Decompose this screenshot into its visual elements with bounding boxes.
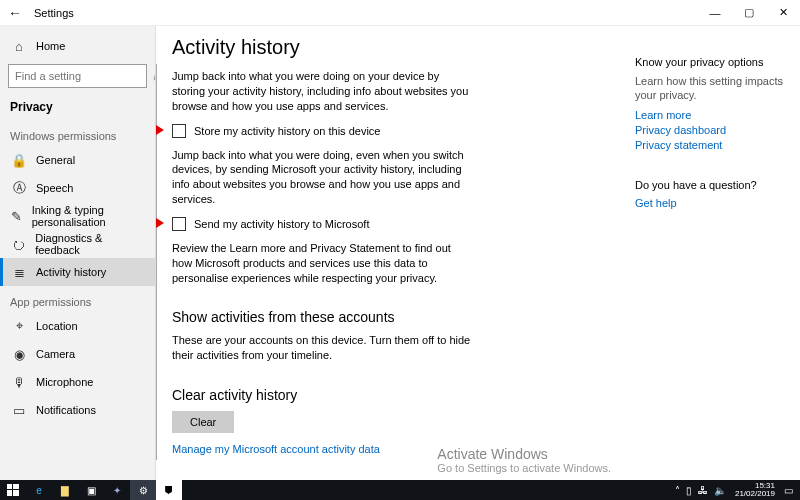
tray-chevron-icon[interactable]: ˄ xyxy=(675,485,680,496)
description-text: These are your accounts on this device. … xyxy=(172,333,472,363)
description-text: Jump back into what you were doing, even… xyxy=(172,148,472,207)
sidebar-icon: ◉ xyxy=(10,347,28,362)
checkbox-send-activity[interactable]: Send my activity history to Microsoft xyxy=(172,217,609,231)
search-input[interactable] xyxy=(15,70,153,82)
checkbox-input[interactable] xyxy=(172,217,186,231)
sidebar-icon: Ⓐ xyxy=(10,179,28,197)
sidebar-item-inking-typing-personalisation[interactable]: ✎Inking & typing personalisation xyxy=(0,202,155,230)
svg-rect-4 xyxy=(7,490,12,496)
back-button[interactable]: ← xyxy=(0,5,30,21)
checkbox-input[interactable] xyxy=(172,124,186,138)
system-tray: ˄ ▯ 🖧 🔈 15:31 21/02/2019 ▭ xyxy=(672,482,800,498)
tray-volume-icon[interactable]: 🔈 xyxy=(714,485,726,496)
sidebar-item-diagnostics-feedback[interactable]: ⭮Diagnostics & feedback xyxy=(0,230,155,258)
sidebar-icon: 🔒 xyxy=(10,153,28,168)
sidebar-item-notifications[interactable]: ▭Notifications xyxy=(0,396,155,424)
sidebar-group-windows-permissions: Windows permissions xyxy=(0,120,155,146)
sidebar-item-camera[interactable]: ◉Camera xyxy=(0,340,155,368)
titlebar: ← Settings — ▢ ✕ xyxy=(0,0,800,26)
sidebar-item-label: Inking & typing personalisation xyxy=(24,204,145,228)
file-explorer-icon[interactable]: ▇ xyxy=(52,480,78,500)
page-title: Activity history xyxy=(172,36,609,59)
sidebar-item-location[interactable]: ⌖Location xyxy=(0,312,155,340)
clock-date: 21/02/2019 xyxy=(735,490,775,498)
svg-rect-2 xyxy=(7,484,12,489)
sidebar-icon: ⭮ xyxy=(10,237,27,252)
sidebar-icon: ✎ xyxy=(10,209,24,224)
sidebar-group-app-permissions: App permissions xyxy=(0,286,155,312)
taskbar-clock[interactable]: 15:31 21/02/2019 xyxy=(729,482,781,498)
checkbox-store-activity[interactable]: Store my activity history on this device xyxy=(172,124,609,138)
sidebar-item-label: Activity history xyxy=(28,266,106,278)
action-center-icon[interactable]: ▭ xyxy=(784,485,793,496)
terminal-icon[interactable]: ▣ xyxy=(78,480,104,500)
privacy-statement-link[interactable]: Privacy statement xyxy=(635,139,790,151)
checkbox-label: Store my activity history on this device xyxy=(186,125,380,137)
sidebar-item-label: Microphone xyxy=(28,376,93,388)
sidebar: ⌂ Home ⌕ Privacy Windows permissions 🔒Ge… xyxy=(0,26,155,480)
search-box[interactable]: ⌕ xyxy=(8,64,147,88)
window-title: Settings xyxy=(30,7,74,19)
scroll-indicator xyxy=(156,64,157,460)
info-subtext: Learn how this setting impacts your priv… xyxy=(635,74,790,103)
svg-rect-5 xyxy=(13,490,19,496)
close-button[interactable]: ✕ xyxy=(766,0,800,26)
sidebar-item-microphone[interactable]: 🎙Microphone xyxy=(0,368,155,396)
sidebar-icon: ≣ xyxy=(10,265,28,280)
store-icon[interactable]: ⛊ xyxy=(156,480,182,500)
get-help-link[interactable]: Get help xyxy=(635,197,790,209)
home-icon: ⌂ xyxy=(10,39,28,54)
section-heading-clear: Clear activity history xyxy=(172,387,609,403)
sidebar-item-activity-history[interactable]: ≣Activity history xyxy=(0,258,155,286)
watermark-subtitle: Go to Settings to activate Windows. xyxy=(437,462,611,474)
sidebar-icon: ⌖ xyxy=(10,318,28,334)
sidebar-item-label: Camera xyxy=(28,348,75,360)
app-icon[interactable]: ✦ xyxy=(104,480,130,500)
minimize-button[interactable]: — xyxy=(698,0,732,26)
svg-rect-3 xyxy=(13,484,19,489)
sidebar-icon: ▭ xyxy=(10,403,28,418)
privacy-dashboard-link[interactable]: Privacy dashboard xyxy=(635,124,790,136)
description-text: Review the Learn more and Privacy Statem… xyxy=(172,241,472,286)
sidebar-item-label: Notifications xyxy=(28,404,96,416)
taskbar: e ▇ ▣ ✦ ⚙ ⛊ ˄ ▯ 🖧 🔈 15:31 21/02/2019 ▭ xyxy=(0,480,800,500)
checkbox-label: Send my activity history to Microsoft xyxy=(186,218,369,230)
sidebar-item-label: Home xyxy=(28,40,65,52)
sidebar-item-label: Diagnostics & feedback xyxy=(27,232,145,256)
activation-watermark: Activate Windows Go to Settings to activ… xyxy=(437,446,611,474)
settings-taskbar-icon[interactable]: ⚙ xyxy=(130,480,156,500)
content-area: Activity history Jump back into what you… xyxy=(155,26,625,480)
section-heading-accounts: Show activities from these accounts xyxy=(172,309,609,325)
clear-button[interactable]: Clear xyxy=(172,411,234,433)
sidebar-item-speech[interactable]: ⒶSpeech xyxy=(0,174,155,202)
info-heading: Do you have a question? xyxy=(635,179,790,191)
sidebar-item-label: Location xyxy=(28,320,78,332)
start-button[interactable] xyxy=(0,480,26,500)
edge-icon[interactable]: e xyxy=(26,480,52,500)
tray-shield-icon[interactable]: ▯ xyxy=(686,485,692,496)
maximize-button[interactable]: ▢ xyxy=(732,0,766,26)
learn-more-link[interactable]: Learn more xyxy=(635,109,790,121)
description-text: Jump back into what you were doing on yo… xyxy=(172,69,472,114)
sidebar-section-current: Privacy xyxy=(0,94,155,120)
sidebar-item-general[interactable]: 🔒General xyxy=(0,146,155,174)
info-heading: Know your privacy options xyxy=(635,56,790,68)
sidebar-icon: 🎙 xyxy=(10,375,28,390)
sidebar-item-home[interactable]: ⌂ Home xyxy=(0,32,155,60)
sidebar-item-label: Speech xyxy=(28,182,73,194)
info-column: Know your privacy options Learn how this… xyxy=(625,26,800,480)
tray-network-icon[interactable]: 🖧 xyxy=(698,485,708,496)
sidebar-item-label: General xyxy=(28,154,75,166)
watermark-title: Activate Windows xyxy=(437,446,611,462)
